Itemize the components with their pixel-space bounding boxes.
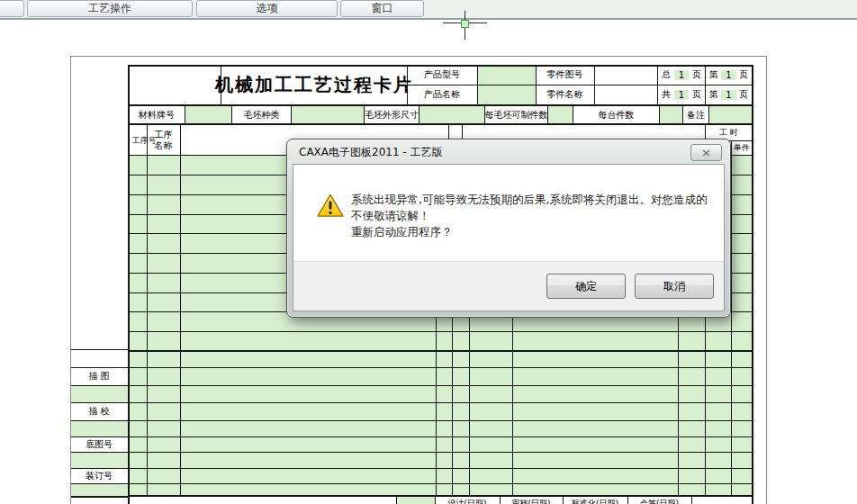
total-pages-number: 1 xyxy=(674,70,689,80)
grid-line xyxy=(147,125,148,495)
grid-line xyxy=(180,125,181,495)
op-name-header: 工序 名称 xyxy=(147,125,180,155)
grid-line xyxy=(594,65,595,104)
total-pages-suffix: 页 xyxy=(692,68,701,81)
crosshair-pickbox xyxy=(461,20,469,28)
message-line: 不便敬请谅解！ xyxy=(351,208,709,224)
page-no-suffix: 页 xyxy=(739,68,748,81)
dialog-body: 系统出现异常,可能导致无法预期的后果,系统即将关闭退出。对您造成的 不便敬请谅解… xyxy=(293,164,725,311)
menu-tab-label: 选项 xyxy=(257,1,278,16)
grid-line xyxy=(70,56,766,57)
ok-button[interactable]: 确定 xyxy=(546,274,626,299)
grid-line xyxy=(129,452,753,453)
dialog-footer: 确定 取消 xyxy=(293,261,724,310)
product-name-label: 产品名称 xyxy=(407,85,477,104)
menu-tab-options[interactable]: 选项 xyxy=(196,0,338,17)
grid-line xyxy=(128,350,753,352)
sheet-cell-fill xyxy=(548,105,573,124)
grid-line xyxy=(129,420,753,421)
pieces-per-blank-label: 每毛坯可制件数 xyxy=(484,104,548,125)
grid-line xyxy=(129,402,753,403)
unit-time-header: 单件 xyxy=(731,140,753,155)
sheet-cell-fill xyxy=(660,105,682,124)
menu-tab-partial[interactable] xyxy=(0,0,24,17)
standardization-date-label: 标准化(日期) xyxy=(563,498,627,504)
material-grade-label: 材料牌号 xyxy=(128,104,185,125)
total-pages-cell: 总 1 页 xyxy=(658,65,705,85)
card-title: 机械加工工艺过程卡片 xyxy=(221,66,407,104)
dialog-title: CAXA电子图板2011 - 工艺版 xyxy=(299,145,443,160)
grid-line xyxy=(70,420,128,421)
grid-line xyxy=(766,56,767,504)
shared-pages-cell: 共 1 页 xyxy=(658,85,705,104)
sheet-cell-fill xyxy=(185,105,231,124)
grid-line xyxy=(731,140,732,495)
message-line: 重新启动应用程序？ xyxy=(351,224,709,240)
grid-line xyxy=(70,385,128,386)
page-no-prefix: 第 xyxy=(709,68,718,81)
design-date-label: 设计(日期) xyxy=(435,498,500,504)
page-no2-prefix: 第 xyxy=(709,88,718,101)
sheet-cell-fill xyxy=(71,484,128,496)
page-no2-cell: 第 1 页 xyxy=(706,85,752,104)
sheet-cell-fill xyxy=(71,386,128,402)
total-pages-prefix: 总 xyxy=(662,68,671,81)
countersign-date-label: 会签(日期) xyxy=(627,498,691,504)
warning-icon xyxy=(317,194,344,218)
product-model-label: 产品型号 xyxy=(407,65,477,85)
review-date-label: 审核(日期) xyxy=(500,498,563,504)
page-no2-number: 1 xyxy=(721,90,735,100)
shared-pages-suffix: 页 xyxy=(692,88,701,101)
sheet-cell-fill xyxy=(396,496,435,504)
menu-tab-label: 窗口 xyxy=(372,1,393,16)
cancel-button[interactable]: 取消 xyxy=(635,274,714,299)
dialog-message: 系统出现异常,可能导致无法预期的后果,系统即将关闭退出。对您造成的 不便敬请谅解… xyxy=(351,192,709,240)
op-no-header-text: 工序号 xyxy=(132,136,143,145)
tracing-label: 描 图 xyxy=(70,366,128,385)
grid-line xyxy=(129,367,753,368)
grid-line xyxy=(129,483,753,484)
sheet-cell-fill xyxy=(478,86,536,104)
sheet-cell-fill xyxy=(478,66,536,85)
part-no-label: 零件图号 xyxy=(536,65,594,85)
grid-line xyxy=(129,436,753,437)
shared-pages-number: 1 xyxy=(674,90,689,100)
grid-line xyxy=(70,349,128,350)
grid-line xyxy=(70,496,128,498)
grid-line xyxy=(477,65,478,104)
menu-tab-label: 工艺操作 xyxy=(88,1,131,16)
grid-line xyxy=(691,495,692,504)
grid-line xyxy=(448,125,449,140)
blank-size-label: 毛坯外形尺寸 xyxy=(364,104,419,125)
remarks-label: 备注 xyxy=(682,104,709,125)
error-dialog: CAXA电子图板2011 - 工艺版 系统出现异常,可能导致无法预期的后果,系统… xyxy=(286,139,731,318)
grid-line xyxy=(129,468,753,469)
page-no-cell: 第 1 页 xyxy=(706,65,752,85)
message-line: 系统出现异常,可能导致无法预期的后果,系统即将关闭退出。对您造成的 xyxy=(351,192,709,208)
shared-pages-prefix: 共 xyxy=(662,88,671,101)
grid-line xyxy=(128,495,753,497)
op-no-header: 工序号 xyxy=(128,125,147,155)
sheet-cell-fill xyxy=(709,105,752,124)
pieces-per-unit-label: 每台件数 xyxy=(573,104,660,125)
base-drawing-no-label: 底图号 xyxy=(70,436,128,453)
close-button[interactable] xyxy=(690,144,722,161)
sheet-cell-fill xyxy=(71,421,128,436)
menu-tab-window[interactable]: 窗口 xyxy=(340,0,424,17)
close-icon xyxy=(702,149,710,157)
op-name-header-line2: 名称 xyxy=(155,140,173,151)
grid-line xyxy=(129,385,753,386)
part-name-label: 零件名称 xyxy=(536,85,594,104)
sheet-cell-fill xyxy=(419,105,484,124)
menu-tab-process[interactable]: 工艺操作 xyxy=(27,0,193,17)
page-no2-suffix: 页 xyxy=(739,88,748,101)
sheet-cell-fill xyxy=(292,105,364,124)
sheet-cell-fill xyxy=(71,453,128,468)
grid-line xyxy=(462,125,463,140)
binding-no-label: 装订号 xyxy=(70,467,128,484)
menu-bar: 工艺操作 选项 窗口 xyxy=(0,0,857,19)
app-window: 工艺操作 选项 窗口 机械加工工艺过程卡片 产品型号 产品名称 零件图号 零件名… xyxy=(0,0,857,504)
op-name-header-line1: 工序 xyxy=(155,130,173,140)
page-no-number: 1 xyxy=(721,70,735,80)
blank-type-label: 毛坯种类 xyxy=(231,104,292,125)
